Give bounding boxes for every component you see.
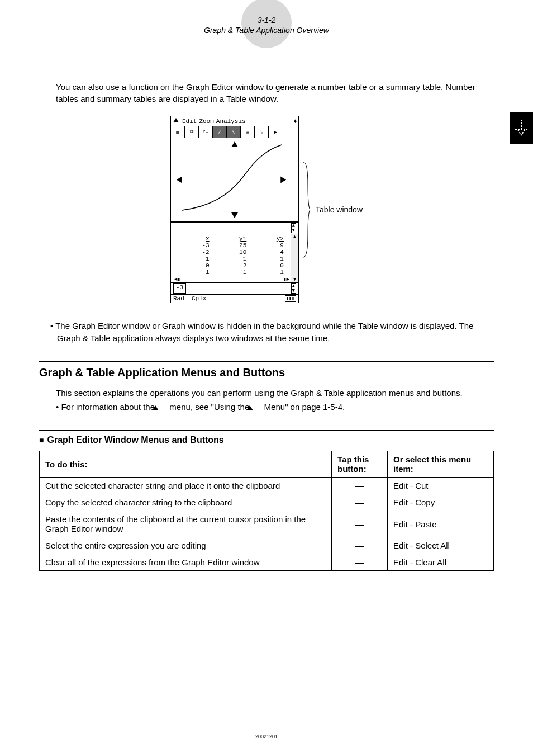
cell-select: Edit - Paste (388, 511, 494, 537)
section-intro: This section explains the operations you… (56, 387, 494, 414)
data-table: x y1 y2 -3259 -2104 -111 0-20 111 (177, 235, 288, 276)
toolbar-icon-2: ⧉ (185, 126, 199, 138)
page-number: 3-1-2 (204, 16, 329, 25)
svg-line-2 (518, 130, 521, 135)
cell-tap: — (332, 494, 388, 511)
col-y2: y2 (251, 235, 288, 242)
status-rad: Rad (173, 295, 184, 302)
toolbar-icon-1: ▦ (171, 126, 185, 138)
table-panel: ▲ ▼ x y1 y2 -3259 -2104 -111 0-20 111 ◀▮… (171, 234, 298, 282)
hscroll-left-icon: ◀▮ (174, 276, 180, 282)
table-row: Paste the contents of the clipboard at t… (40, 511, 494, 537)
toolbar-icon-5: ⤡ (227, 126, 241, 138)
cell-select: Edit - Clear All (388, 554, 494, 571)
table-row: -3259 (177, 242, 288, 249)
cell-tap: — (332, 511, 388, 537)
brace (302, 159, 310, 260)
menu-table: To do this: Tap this button: Or select t… (39, 451, 494, 571)
updown-icon: ▲▼ (291, 223, 296, 233)
graph-status-row: ▲▼ (171, 222, 298, 234)
cell-todo: Select the entire expression you are edi… (40, 537, 332, 554)
figure-menubar: Edit Zoom Analysis ♦ (171, 116, 298, 126)
section-bullet-mid: menu, see "Using the (169, 402, 251, 412)
table-header-row: To do this: Tap this button: Or select t… (40, 451, 494, 478)
section-bullet-pre: • For information about the (56, 402, 157, 412)
table-row: Clear all of the expressions from the Gr… (40, 554, 494, 571)
figure-row: Edit Zoom Analysis ♦ ▦ ⧉ Y= ⤢ ⤡ ⊞ ∿ ▶ (39, 116, 494, 303)
cell-tap: — (332, 478, 388, 494)
scrollbar: ▲ ▼ (291, 234, 298, 282)
section-heading: Graph & Table Application Menus and Butt… (39, 366, 494, 379)
cell-select: Edit - Select All (388, 537, 494, 554)
section-bullet: • For information about the menu, see "U… (56, 401, 494, 413)
cell-tap: — (332, 537, 388, 554)
cell-select: Edit - Copy (388, 494, 494, 511)
cell-todo: Clear all of the expressions from the Gr… (40, 554, 332, 571)
menu-logo-icon (172, 117, 180, 125)
calculator-screenshot: Edit Zoom Analysis ♦ ▦ ⧉ Y= ⤢ ⤡ ⊞ ∿ ▶ (170, 116, 299, 303)
svg-marker-7 (280, 177, 286, 183)
side-tab (510, 112, 533, 144)
menu-edit: Edit (182, 118, 197, 125)
cell-tap: — (332, 554, 388, 571)
status-cplx: Cplx (192, 295, 206, 302)
menu-logo-icon (251, 403, 261, 410)
graph-curve (171, 138, 298, 221)
table-row: 111 (177, 269, 288, 276)
table-status-row: -3 ▲▼ (171, 282, 298, 294)
table-row: Select the entire expression you are edi… (40, 537, 494, 554)
updown-icon: ▲▼ (291, 284, 296, 294)
toolbar-icon-3: Y= (199, 126, 213, 138)
col-x: x (177, 235, 214, 242)
square-bullet-icon: ■ (39, 436, 44, 445)
intro-paragraph: You can also use a function on the Graph… (56, 81, 494, 105)
note-bullet: • The Graph Editor window or Graph windo… (50, 320, 494, 344)
hscroll-right-icon: ▮▶ (283, 276, 289, 282)
menu-logo-icon (157, 403, 167, 410)
section-divider (39, 361, 494, 362)
status-value: -3 (173, 284, 186, 294)
svg-marker-4 (231, 141, 238, 147)
section-bullet-post: Menu" on page 1-5-4. (264, 402, 345, 412)
page-title: Graph & Table Application Overview (204, 26, 329, 35)
toolbar-icon-7: ∿ (255, 126, 269, 138)
graph-tab-icon (513, 119, 530, 138)
section-divider (39, 430, 494, 431)
table-row: Cut the selected character string and pl… (40, 478, 494, 494)
sub-heading-text: Graph Editor Window Menus and Buttons (47, 435, 223, 445)
table-row: Copy the selected character string to th… (40, 494, 494, 511)
menu-more-icon: ♦ (293, 118, 297, 125)
th-tap: Tap this button: (332, 451, 388, 478)
figure-caption: Table window (316, 205, 363, 214)
cell-select: Edit - Cut (388, 478, 494, 494)
col-y1: y1 (214, 235, 251, 242)
svg-marker-5 (231, 212, 238, 218)
th-todo: To do this: (40, 451, 332, 478)
footer-date: 20021201 (255, 734, 278, 739)
figure-toolbar: ▦ ⧉ Y= ⤢ ⤡ ⊞ ∿ ▶ (171, 126, 298, 138)
svg-marker-6 (177, 177, 182, 183)
cell-todo: Copy the selected character string to th… (40, 494, 332, 511)
table-row: -2104 (177, 249, 288, 256)
menu-analysis: Analysis (216, 118, 246, 125)
section-intro-text: This section explains the operations you… (56, 387, 494, 399)
menu-zoom: Zoom (199, 118, 213, 125)
toolbar-more-icon: ▶ (269, 126, 283, 138)
toolbar-icon-6: ⊞ (241, 126, 255, 138)
page-header: 3-1-2 Graph & Table Application Overview (204, 16, 329, 35)
cell-todo: Paste the contents of the clipboard at t… (40, 511, 332, 537)
graph-panel (171, 138, 298, 222)
battery-icon: ▮▮▮ (285, 295, 296, 302)
svg-line-3 (521, 130, 525, 135)
cell-todo: Cut the selected character string and pl… (40, 478, 332, 494)
toolbar-icon-4: ⤢ (213, 126, 227, 138)
statusbar: Rad Cplx ▮▮▮ (171, 294, 298, 303)
sub-heading: ■ Graph Editor Window Menus and Buttons (39, 435, 494, 445)
table-row: -111 (177, 256, 288, 262)
th-select: Or select this menu item: (388, 451, 494, 478)
table-row: 0-20 (177, 262, 288, 269)
